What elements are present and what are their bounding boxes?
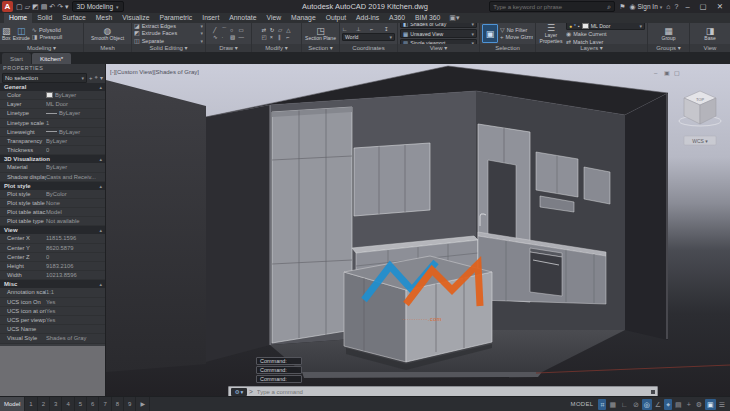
ribbon-tab-manage[interactable]: Manage — [286, 13, 321, 23]
property-value[interactable]: ByLayer — [46, 128, 105, 136]
property-row-center-z[interactable]: Center Z0 — [0, 253, 105, 262]
property-row-annotation-scale[interactable]: Annotation scale1:1 — [0, 288, 105, 297]
ribbon-tab-output[interactable]: Output — [321, 13, 351, 23]
ucs-dropdown[interactable]: World ▾ — [342, 33, 395, 42]
dynamic-ucs-toggle[interactable]: + — [685, 399, 693, 410]
spline-icon[interactable]: ∿ — [213, 34, 219, 40]
layout-tab-3[interactable]: 3 — [50, 397, 62, 411]
rectangle-icon[interactable]: ▭ — [239, 27, 245, 33]
property-row-material[interactable]: MaterialByLayer — [0, 163, 105, 172]
ucs-world-icon[interactable]: ⊥ — [356, 26, 367, 32]
qat-plot-icon[interactable]: ▤ — [41, 1, 48, 12]
layout-tab-7[interactable]: 7 — [99, 397, 111, 411]
layout-tab-8[interactable]: 8 — [112, 397, 124, 411]
wcs-dropdown[interactable]: WCS ▾ — [684, 136, 716, 145]
stretch-icon[interactable]: ◰ — [262, 34, 267, 40]
property-row-thickness[interactable]: Thickness0 — [0, 146, 105, 155]
layer-properties-button[interactable]: ☰ Layer Properties — [538, 23, 564, 44]
ribbon-tab-view[interactable]: View — [261, 13, 286, 23]
polyline-icon[interactable]: — — [239, 34, 245, 40]
qat-open-icon[interactable]: ▱ — [25, 1, 30, 12]
toggle-pickadd-icon[interactable]: + — [89, 75, 93, 81]
layout-tab-6[interactable]: 6 — [87, 397, 99, 411]
workspace-dropdown[interactable]: 3D Modeling ▾ — [72, 1, 124, 12]
grid-toggle[interactable]: ⌗ — [598, 399, 606, 410]
visual-style-dropdown[interactable]: ◧ Shades of Gray ▾ — [400, 23, 477, 28]
extrude-tool-button[interactable]: ◫ Extrude — [13, 26, 30, 42]
layout-tab-5[interactable]: 5 — [75, 397, 87, 411]
featured-apps-icon[interactable]: ▣▾ — [445, 13, 463, 23]
lineweight-toggle[interactable]: ▤ — [673, 399, 684, 410]
panel-label-section[interactable]: Section ▾ — [302, 44, 339, 52]
property-value[interactable] — [46, 325, 105, 333]
property-row-ucs-per-viewp[interactable]: UCS per viewp...Yes — [0, 316, 105, 325]
viewport-restore-icon[interactable]: ▣ — [664, 70, 670, 76]
isodraft-toggle[interactable]: ∠ — [653, 399, 663, 410]
draw-tools-grid[interactable]: ╱⌒○▭ ∿·▨— — [213, 27, 244, 40]
panel-label-layers[interactable]: Layers ▾ — [536, 44, 647, 52]
modify-tools-grid[interactable]: ⇄↻▱△ ◰×∥⌐ — [262, 27, 292, 40]
property-value[interactable]: Model — [46, 208, 105, 216]
layout-tab-[interactable]: ▶ — [136, 397, 150, 411]
property-row-transparency[interactable]: TransparencyByLayer — [0, 137, 105, 146]
property-row-plot-table-type[interactable]: Plot table typeNot available — [0, 217, 105, 226]
culling-toggle-button[interactable]: ▣ — [482, 24, 498, 43]
property-value[interactable]: Yes — [46, 307, 105, 315]
ribbon-tab-parametric[interactable]: Parametric — [154, 13, 197, 23]
properties-section-misc[interactable]: Misc▴ — [0, 280, 105, 288]
maximize-button[interactable]: ▢ — [697, 2, 710, 11]
property-value[interactable]: ByColor — [46, 190, 105, 198]
arc-icon[interactable]: ⌒ — [222, 27, 228, 33]
property-row-width[interactable]: Width10213.8596 — [0, 271, 105, 280]
panel-label-solid-editing[interactable]: Solid Editing ▾ — [132, 44, 205, 52]
hatch-icon[interactable]: ▨ — [230, 34, 236, 40]
property-row-layer[interactable]: LayerML Door — [0, 100, 105, 109]
layout-tab-model[interactable]: Model — [0, 397, 25, 411]
property-row-visual-style[interactable]: Visual StyleShades of Gray — [0, 334, 105, 343]
viewport-controls-label[interactable]: [-][Custom View][Shades of Gray] — [110, 69, 199, 75]
osnap-toggle[interactable]: ◎ — [642, 399, 652, 410]
gizmo-dropdown[interactable]: + Move Gizmo — [500, 34, 533, 41]
file-tab-start[interactable]: Start — [2, 53, 31, 64]
ribbon-tab-visualize[interactable]: Visualize — [117, 13, 154, 23]
viewport-maximize-icon[interactable]: ▢ — [674, 70, 680, 76]
property-value[interactable]: Shades of Gray — [46, 334, 105, 342]
right-wall-outer[interactable] — [625, 93, 668, 340]
panel-label-groups[interactable]: Groups ▾ — [648, 44, 689, 52]
property-value[interactable]: ByLayer — [46, 91, 105, 99]
property-row-center-x[interactable]: Center X11815.1596 — [0, 234, 105, 243]
file-tab-kitchen[interactable]: Kitchen* — [32, 53, 71, 64]
property-row-plot-table-attac[interactable]: Plot table attac...Model — [0, 208, 105, 217]
workspace-switcher[interactable]: ⚙ — [694, 399, 704, 410]
ucs-icon[interactable]: ∟ — [342, 26, 353, 32]
layout-tab-1[interactable]: 1 — [25, 397, 37, 411]
move-icon[interactable]: ⇄ — [262, 27, 267, 33]
property-value[interactable]: Yes — [46, 316, 105, 324]
make-current-button[interactable]: ◉ Make Current — [566, 31, 645, 38]
property-value[interactable]: 10213.8596 — [46, 271, 105, 279]
rotate-icon[interactable]: ↻ — [270, 27, 275, 33]
autocad-logo-icon[interactable]: A — [2, 1, 13, 12]
property-row-plot-style[interactable]: Plot styleByColor — [0, 190, 105, 199]
property-row-shadow-display[interactable]: Shadow displayCasts and Receiv... — [0, 173, 105, 182]
search-icon[interactable]: ⌕ — [607, 3, 611, 11]
ribbon-tab-add-ins[interactable]: Add-ins — [351, 13, 384, 23]
ribbon-tab-annotate[interactable]: Annotate — [224, 13, 261, 23]
box-tool-button[interactable]: ▧ Box — [2, 26, 11, 42]
polar-tracking-toggle[interactable]: ⊘ — [631, 399, 641, 410]
property-value[interactable]: None — [46, 199, 105, 207]
trim-icon[interactable]: ⌐ — [286, 34, 291, 40]
property-row-ucs-icon-at-ori[interactable]: UCS icon at ori...Yes — [0, 307, 105, 316]
property-row-ucs-name[interactable]: UCS Name — [0, 325, 105, 334]
left-wall-outer[interactable] — [206, 105, 270, 362]
property-value[interactable]: 0 — [46, 146, 105, 154]
property-row-linetype-scale[interactable]: Linetype scale1 — [0, 119, 105, 128]
smooth-object-button[interactable]: ◍ Smooth Object — [91, 26, 124, 42]
property-row-height[interactable]: Height9183.2106 — [0, 262, 105, 271]
property-value[interactable]: ByLayer — [46, 163, 105, 171]
search-input[interactable] — [493, 4, 605, 10]
ucs-origin-icon[interactable]: ⌐ — [370, 26, 381, 32]
minimize-button[interactable]: – — [682, 2, 692, 11]
erase-icon[interactable]: × — [270, 34, 275, 40]
layer-dropdown[interactable]: ● * ▪ ML Door ▾ — [566, 23, 645, 30]
